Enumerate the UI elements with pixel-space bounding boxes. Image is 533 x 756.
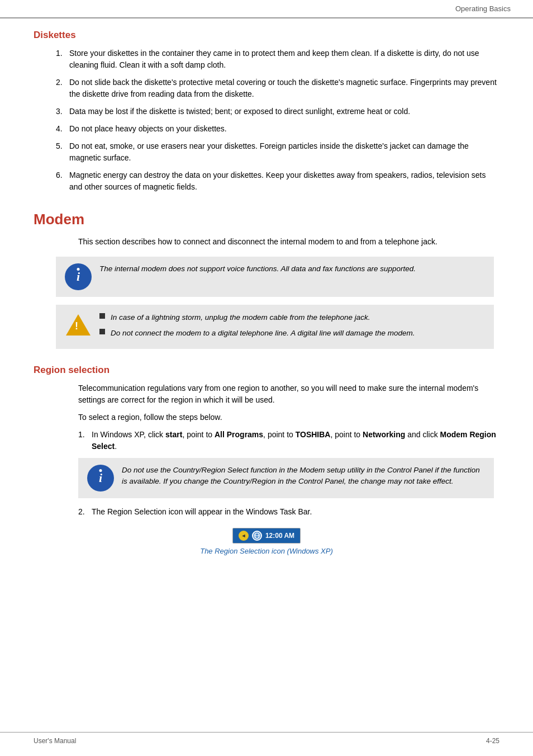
warning-bullet-1: In case of a lightning storm, unplug the… xyxy=(99,311,415,324)
region-sub-intro: To select a region, follow the steps bel… xyxy=(34,412,499,423)
page: Operating Basics Diskettes 1. Store your… xyxy=(0,0,533,756)
list-text: Do not eat, smoke, or use erasers near y… xyxy=(69,140,499,164)
taskbar-icon-right xyxy=(252,531,262,541)
bold-networking: Networking xyxy=(363,430,405,439)
taskbar-time: 12:00 AM xyxy=(265,532,294,540)
bold-modem-region-select: Modem Region Select xyxy=(92,430,496,451)
region-step-2: 2. The Region Selection icon will appear… xyxy=(78,506,499,518)
diskettes-heading: Diskettes xyxy=(34,30,499,41)
modem-heading: Modem xyxy=(34,211,499,228)
list-text: Do not slide back the diskette's protect… xyxy=(69,77,499,100)
globe-icon xyxy=(254,532,260,539)
main-content: Diskettes 1. Store your diskettes in the… xyxy=(0,18,533,593)
bold-allprograms: All Programs xyxy=(215,430,263,439)
warning-triangle xyxy=(66,314,91,336)
list-number: 5. xyxy=(56,140,69,164)
list-number: 6. xyxy=(56,169,69,193)
taskbar-caption: The Region Selection icon (Windows XP) xyxy=(200,547,333,555)
warning-item-2: Do not connect the modem to a digital te… xyxy=(111,327,415,339)
bold-start: start xyxy=(165,430,182,439)
list-number: 3. xyxy=(56,106,69,117)
region-step-2-container: 2. The Region Selection icon will appear… xyxy=(34,506,499,518)
list-number: 1. xyxy=(56,48,69,71)
page-footer: User's Manual 4-25 xyxy=(0,732,533,745)
list-text: Store your diskettes in the container th… xyxy=(69,48,499,71)
list-text: Do not place heavy objects on your diske… xyxy=(69,123,227,135)
bold-toshiba: TOSHIBA xyxy=(296,430,331,439)
step-number-1: 1. xyxy=(78,429,92,452)
modem-section: Modem This section describes how to conn… xyxy=(34,211,499,349)
bullet-square xyxy=(99,329,105,334)
info-icon xyxy=(65,263,92,290)
warning-item-1: In case of a lightning storm, unplug the… xyxy=(111,311,370,324)
step-number-2: 2. xyxy=(78,506,92,518)
list-item: 6. Magnetic energy can destroy the data … xyxy=(56,169,499,193)
modem-info-box: The internal modem does not support voic… xyxy=(56,257,494,297)
region-info-box: Do not use the Country/Region Select fun… xyxy=(78,458,494,498)
list-text: Magnetic energy can destroy the data on … xyxy=(69,169,499,193)
modem-intro: This section describes how to connect an… xyxy=(34,236,499,248)
list-number: 2. xyxy=(56,77,69,100)
diskettes-list: 1. Store your diskettes in the container… xyxy=(34,48,499,193)
modem-warning-text: In case of a lightning storm, unplug the… xyxy=(99,311,415,342)
warning-bullet-2: Do not connect the modem to a digital te… xyxy=(99,327,415,339)
info-icon-region xyxy=(87,465,114,492)
region-steps: 1. In Windows XP, click start, point to … xyxy=(34,429,499,452)
modem-info-text: The internal modem does not support voic… xyxy=(99,263,416,275)
region-selection-section: Region selection Telecommunication regul… xyxy=(34,365,499,555)
footer-left: User's Manual xyxy=(34,737,76,745)
region-intro: Telecommunication regulations vary from … xyxy=(34,382,499,406)
taskbar-image: ◄ 12:00 AM xyxy=(232,528,301,544)
warning-icon xyxy=(65,311,92,338)
list-item: 3. Data may be lost if the diskette is t… xyxy=(56,106,499,117)
list-item: 2. Do not slide back the diskette's prot… xyxy=(56,77,499,100)
page-header: Operating Basics xyxy=(0,0,533,18)
list-item: 1. Store your diskettes in the container… xyxy=(56,48,499,71)
step-text-2: The Region Selection icon will appear in… xyxy=(92,506,312,518)
region-step-1: 1. In Windows XP, click start, point to … xyxy=(78,429,499,452)
info-icon-dot xyxy=(99,469,102,472)
region-selection-heading: Region selection xyxy=(34,365,499,376)
list-number: 4. xyxy=(56,123,69,135)
list-item: 5. Do not eat, smoke, or use erasers nea… xyxy=(56,140,499,164)
footer-right: 4-25 xyxy=(486,737,499,745)
info-icon-dot xyxy=(77,268,80,271)
bullet-square xyxy=(99,313,105,319)
taskbar-icon-left: ◄ xyxy=(239,531,249,541)
region-info-text: Do not use the Country/Region Select fun… xyxy=(122,465,485,488)
list-item: 4. Do not place heavy objects on your di… xyxy=(56,123,499,135)
step-text-1: In Windows XP, click start, point to All… xyxy=(92,429,499,452)
list-text: Data may be lost if the diskette is twis… xyxy=(69,106,410,117)
taskbar-container: ◄ 12:00 AM The Region Selection icon (Wi… xyxy=(34,528,499,555)
diskettes-section: Diskettes 1. Store your diskettes in the… xyxy=(34,30,499,193)
header-title: Operating Basics xyxy=(455,4,511,13)
modem-warning-box: In case of a lightning storm, unplug the… xyxy=(56,305,494,349)
